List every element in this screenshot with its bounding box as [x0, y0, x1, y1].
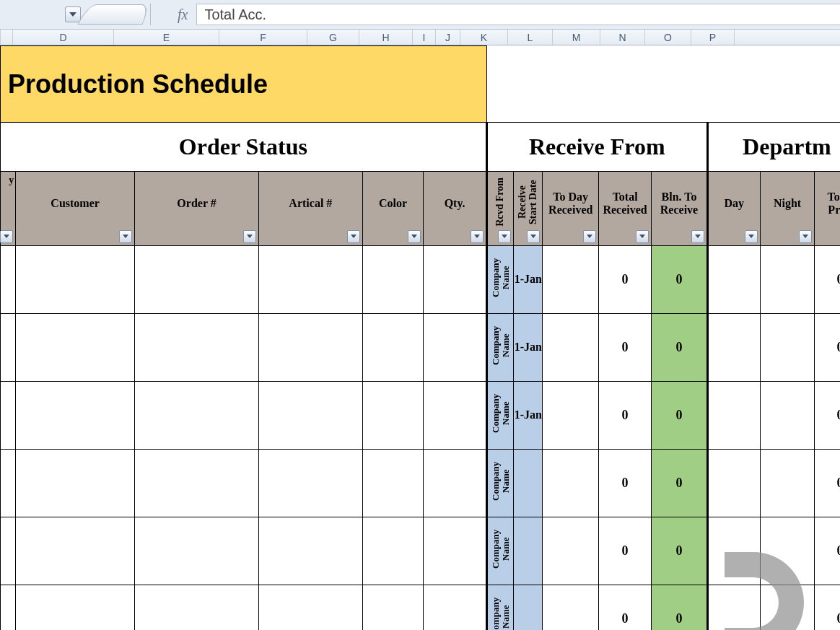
cell-customer[interactable] — [16, 449, 135, 517]
spreadsheet-grid[interactable]: Production Schedule Order Status Receive… — [0, 45, 840, 630]
cell[interactable] — [1, 245, 16, 313]
cell-color[interactable] — [362, 245, 424, 313]
cell-today-received[interactable] — [543, 449, 599, 517]
cell-rcvd-from[interactable]: Company Name — [486, 517, 514, 585]
cell-qty[interactable] — [424, 517, 486, 585]
cell-artical[interactable] — [259, 381, 363, 449]
cell-artical[interactable] — [259, 313, 363, 381]
cell-total-prod[interactable]: 0 — [815, 313, 840, 381]
name-box-dropdown[interactable] — [65, 6, 81, 22]
filter-icon[interactable] — [527, 230, 540, 243]
col-header[interactable]: H — [359, 30, 413, 45]
fx-icon[interactable]: fx — [178, 6, 188, 23]
col-header[interactable]: I — [413, 30, 436, 45]
cell-rcvd-from[interactable]: Company Name — [486, 381, 514, 449]
hdr-total-prod[interactable]: Total Prod — [815, 172, 840, 246]
cell-night[interactable] — [760, 449, 814, 517]
cell-today-received[interactable] — [543, 313, 599, 381]
cell-order[interactable] — [135, 517, 259, 585]
cell-total-received[interactable]: 0 — [599, 517, 652, 585]
cell-night[interactable] — [760, 585, 814, 630]
cell-day[interactable] — [707, 449, 760, 517]
cell-rcvd-from[interactable]: Company Name — [486, 449, 514, 517]
cell-order[interactable] — [135, 449, 259, 517]
cell[interactable] — [1, 517, 16, 585]
hdr-customer[interactable]: Customer — [16, 172, 135, 246]
cell-order[interactable] — [135, 245, 259, 313]
cell-total-prod[interactable]: 0 — [815, 245, 840, 313]
filter-icon[interactable] — [745, 230, 758, 243]
cell-total-received[interactable]: 0 — [599, 585, 652, 630]
cell-today-received[interactable] — [543, 245, 599, 313]
cell-customer[interactable] — [16, 245, 135, 313]
cell-rcvd-from[interactable]: Company Name — [486, 585, 514, 630]
hdr-qty[interactable]: Qty. — [424, 172, 486, 246]
cell-total-prod[interactable]: 0 — [815, 585, 840, 630]
cell-qty[interactable] — [424, 585, 486, 630]
cell-night[interactable] — [760, 245, 814, 313]
cell-artical[interactable] — [259, 245, 363, 313]
cell-customer[interactable] — [16, 381, 135, 449]
cell-customer[interactable] — [16, 517, 135, 585]
col-header[interactable]: D — [13, 30, 114, 45]
hdr-night[interactable]: Night — [760, 172, 814, 246]
cell-qty[interactable] — [424, 313, 486, 381]
filter-icon[interactable] — [347, 230, 360, 243]
cell-rcvd-from[interactable]: Company Name — [486, 313, 514, 381]
col-header[interactable]: O — [645, 30, 691, 45]
cell[interactable] — [1, 585, 16, 630]
formula-input[interactable] — [196, 4, 840, 25]
cell-bln-to-receive[interactable]: 0 — [652, 585, 708, 630]
col-header[interactable]: J — [436, 30, 460, 45]
cell-rcv-start-date[interactable]: 1-Jan — [514, 313, 543, 381]
cell-rcv-start-date[interactable] — [514, 517, 543, 585]
hdr-artical[interactable]: Artical # — [259, 172, 363, 246]
col-header[interactable]: N — [600, 30, 645, 45]
cell-customer[interactable] — [16, 585, 135, 630]
cell-color[interactable] — [362, 517, 424, 585]
cell-day[interactable] — [707, 585, 760, 630]
cell-color[interactable] — [362, 313, 424, 381]
cell-rcv-start-date[interactable]: 1-Jan — [514, 381, 543, 449]
col-header[interactable]: L — [508, 30, 553, 45]
group-order-status[interactable]: Order Status — [1, 123, 487, 172]
title-cell[interactable]: Production Schedule — [1, 46, 487, 123]
cell-qty[interactable] — [424, 245, 486, 313]
cell-artical[interactable] — [259, 449, 363, 517]
hdr-order[interactable]: Order # — [135, 172, 259, 246]
blank-cell[interactable] — [486, 46, 840, 123]
hdr-stub[interactable]: y — [1, 172, 16, 246]
cell-bln-to-receive[interactable]: 0 — [652, 381, 708, 449]
cell-order[interactable] — [135, 313, 259, 381]
cell-total-received[interactable]: 0 — [599, 245, 652, 313]
cell-day[interactable] — [707, 313, 760, 381]
cell[interactable] — [1, 313, 16, 381]
col-header[interactable]: F — [219, 30, 307, 45]
filter-icon[interactable] — [799, 230, 812, 243]
cell-total-prod[interactable]: 0 — [815, 381, 840, 449]
cell-today-received[interactable] — [543, 585, 599, 630]
hdr-rcv-start-date[interactable]: Receive Start Date — [514, 172, 543, 246]
cell-today-received[interactable] — [543, 381, 599, 449]
hdr-color[interactable]: Color — [362, 172, 424, 246]
filter-icon[interactable] — [0, 230, 13, 243]
hdr-rcvd-from[interactable]: Rcvd From — [486, 172, 514, 246]
cell-rcv-start-date[interactable]: 1-Jan — [514, 245, 543, 313]
hdr-total-received[interactable]: Total Received — [599, 172, 652, 246]
cell-bln-to-receive[interactable]: 0 — [652, 245, 708, 313]
cell-rcvd-from[interactable]: Company Name — [486, 245, 514, 313]
filter-icon[interactable] — [691, 230, 704, 243]
cell-bln-to-receive[interactable]: 0 — [652, 313, 708, 381]
cell-bln-to-receive[interactable]: 0 — [652, 517, 708, 585]
filter-icon[interactable] — [119, 230, 132, 243]
filter-icon[interactable] — [583, 230, 596, 243]
filter-icon[interactable] — [471, 230, 484, 243]
cell-total-prod[interactable]: 0 — [815, 449, 840, 517]
cell-total-received[interactable]: 0 — [599, 313, 652, 381]
cell-order[interactable] — [135, 381, 259, 449]
hdr-day[interactable]: Day — [707, 172, 760, 246]
filter-icon[interactable] — [636, 230, 649, 243]
cell-day[interactable] — [707, 245, 760, 313]
cell-artical[interactable] — [259, 517, 363, 585]
cell-qty[interactable] — [424, 449, 486, 517]
